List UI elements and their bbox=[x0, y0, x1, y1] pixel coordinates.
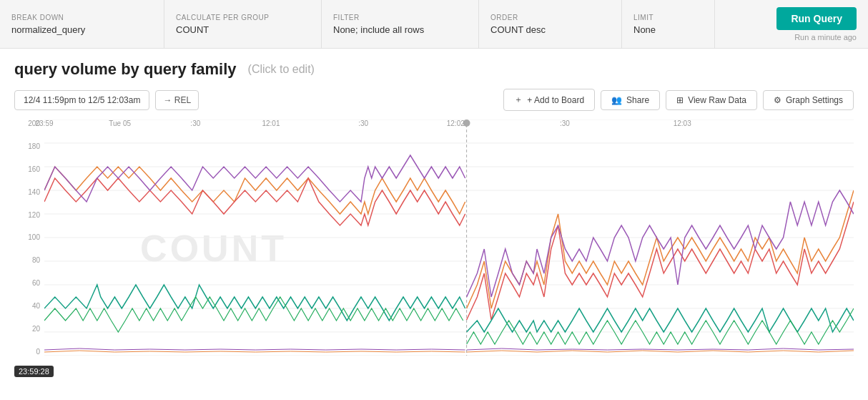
x-axis-label: :30 bbox=[560, 119, 570, 127]
chart-toolbar: 12/4 11:59pm to 12/5 12:03am → REL ＋ + A… bbox=[14, 89, 854, 111]
chart-svg-area[interactable] bbox=[44, 119, 854, 356]
x-axis-label: Tue 05 bbox=[109, 119, 131, 127]
share-button[interactable]: 👥 Share bbox=[601, 90, 660, 110]
x-axis-label: :30 bbox=[358, 119, 368, 127]
timestamp-badge: 23:59:28 bbox=[14, 366, 54, 377]
x-axis-label: 12:03 bbox=[674, 119, 691, 127]
run-query-button[interactable]: Run Query bbox=[776, 7, 857, 30]
y-axis-label: 100 bbox=[28, 233, 40, 241]
plus-icon: ＋ bbox=[514, 94, 523, 106]
order-section[interactable]: ORDER COUNT desc bbox=[479, 0, 622, 48]
calculate-value: COUNT bbox=[176, 24, 310, 35]
order-value: COUNT desc bbox=[490, 24, 610, 35]
y-axis-label: 40 bbox=[32, 302, 40, 310]
filter-label: FILTER bbox=[333, 14, 467, 21]
chart-toolbar-right: ＋ + Add to Board 👥 Share ⊞ View Raw Data… bbox=[503, 89, 854, 111]
chart-container: COUNT 200180160140120100806040200 bbox=[14, 119, 854, 377]
breakdown-label: BREAK DOWN bbox=[11, 14, 152, 21]
x-axis-label: 12:02 bbox=[447, 119, 465, 127]
y-axis-label: 160 bbox=[28, 165, 40, 173]
y-axis-label: 120 bbox=[28, 211, 40, 219]
y-axis-label: 20 bbox=[32, 325, 40, 333]
x-axis-label: 23:59 bbox=[35, 119, 53, 127]
y-axis-label: 60 bbox=[32, 279, 40, 287]
x-axis-label: :30 bbox=[190, 119, 200, 127]
breakdown-value: normalized_query bbox=[11, 24, 152, 35]
date-range-button[interactable]: 12/4 11:59pm to 12/5 12:03am bbox=[14, 90, 149, 110]
limit-label: LIMIT bbox=[633, 14, 703, 21]
add-to-board-label: + Add to Board bbox=[527, 95, 584, 105]
x-axis: 23:59Tue 05:3012:01:3012:02:3012:03 bbox=[44, 119, 868, 141]
add-to-board-button[interactable]: ＋ + Add to Board bbox=[503, 89, 595, 111]
limit-section[interactable]: LIMIT None bbox=[622, 0, 715, 48]
y-axis: 200180160140120100806040200 bbox=[14, 119, 44, 356]
table-icon: ⊞ bbox=[676, 95, 684, 105]
graph-settings-label: Graph Settings bbox=[786, 95, 843, 105]
view-raw-data-button[interactable]: ⊞ View Raw Data bbox=[666, 90, 757, 110]
x-axis-label: 12:01 bbox=[262, 119, 280, 127]
calculate-section[interactable]: CALCULATE PER GROUP COUNT bbox=[164, 0, 322, 48]
y-axis-label: 140 bbox=[28, 188, 40, 196]
chart-heading[interactable]: query volume by query family bbox=[14, 60, 237, 79]
breakdown-section[interactable]: BREAK DOWN normalized_query bbox=[0, 0, 164, 48]
filter-section[interactable]: FILTER None; include all rows bbox=[322, 0, 479, 48]
run-time: Run a minute ago bbox=[794, 33, 857, 42]
click-to-edit[interactable]: (Click to edit) bbox=[248, 63, 315, 76]
chart-toolbar-left: 12/4 11:59pm to 12/5 12:03am → REL bbox=[14, 90, 199, 110]
graph-settings-button[interactable]: ⚙ Graph Settings bbox=[763, 90, 854, 110]
y-axis-label: 80 bbox=[32, 256, 40, 264]
filter-value: None; include all rows bbox=[333, 24, 467, 35]
limit-value: None bbox=[633, 24, 703, 35]
chart-title: query volume by query family (Click to e… bbox=[14, 60, 854, 79]
share-icon: 👥 bbox=[611, 95, 622, 105]
top-bar: BREAK DOWN normalized_query CALCULATE PE… bbox=[0, 0, 868, 49]
gear-icon: ⚙ bbox=[774, 95, 781, 105]
calculate-label: CALCULATE PER GROUP bbox=[176, 14, 310, 21]
view-raw-data-label: View Raw Data bbox=[688, 95, 746, 105]
run-query-container: Run Query Run a minute ago bbox=[754, 0, 868, 48]
y-axis-label: 0 bbox=[36, 348, 40, 356]
y-axis-label: 180 bbox=[28, 142, 40, 150]
content-area: query volume by query family (Click to e… bbox=[0, 49, 868, 377]
rel-button[interactable]: → REL bbox=[155, 90, 199, 110]
order-label: ORDER bbox=[490, 14, 610, 21]
share-label: Share bbox=[626, 95, 649, 105]
